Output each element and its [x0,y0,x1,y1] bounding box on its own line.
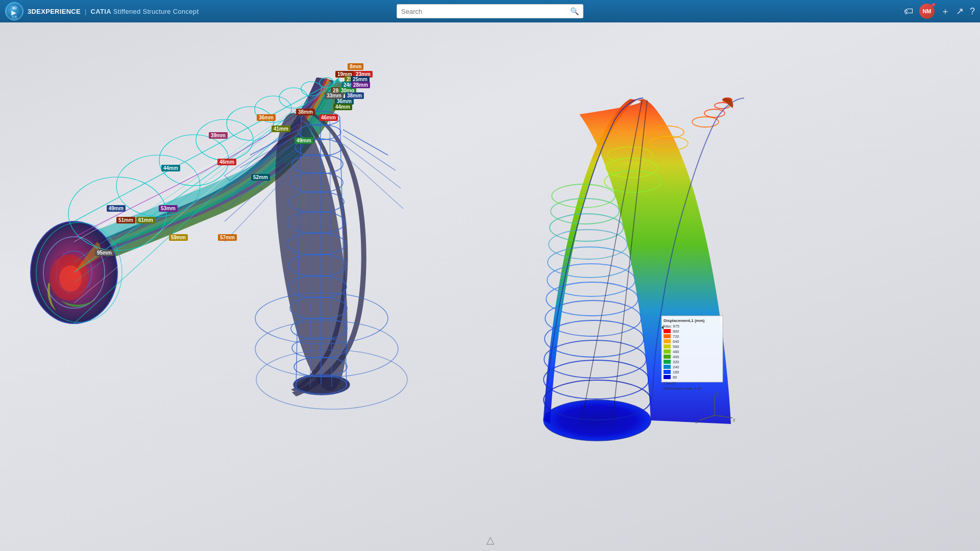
topbar-right: 🏷 NM ＋ ↗ ? [904,4,975,19]
svg-point-74 [549,230,627,259]
svg-text:480: 480 [673,349,679,354]
svg-text:z: z [733,417,736,422]
svg-point-84 [704,109,725,117]
svg-rect-103 [664,355,671,359]
svg-text:240: 240 [673,365,679,369]
plus-icon[interactable]: ＋ [941,5,950,17]
label-53mm: 53mm [159,205,178,212]
search-box[interactable]: 🔍 [397,4,583,18]
svg-text:3D: 3D [12,6,17,10]
svg-rect-101 [664,349,671,354]
label-41mm: 41mm [272,126,290,132]
viewport: Displacement,1 (mm) Max: 975 800 720 640… [0,22,980,551]
label-44mm-1: 44mm [333,104,352,110]
svg-rect-111 [664,375,671,379]
model-canvas: Displacement,1 (mm) Max: 975 800 720 640… [0,22,980,551]
svg-text:640: 640 [673,339,679,344]
svg-rect-105 [664,360,671,364]
label-39mm: 39mm [209,132,228,139]
svg-point-76 [551,198,619,224]
svg-text:160: 160 [673,370,679,374]
svg-rect-109 [664,370,671,374]
svg-text:Max: 975: Max: 975 [664,324,679,329]
label-38mm-1: 38mm [345,92,364,99]
svg-rect-97 [664,339,671,343]
label-52mm: 52mm [251,174,270,181]
topbar: 3D V.R 3DEXPERIENCE | CATIA Stiffened St… [0,0,980,22]
legend-box: Displacement,1 (mm) Max: 975 800 720 640… [662,316,723,390]
logo-area: 3D V.R [5,2,23,20]
bottom-center-chevron[interactable]: △ [486,534,494,546]
svg-text:800: 800 [673,329,679,334]
label-46mm-1: 46mm [319,114,338,121]
svg-line-46 [321,118,321,385]
share-icon[interactable]: ↗ [956,6,964,17]
label-44mm-2: 44mm [161,165,180,171]
svg-text:320: 320 [673,360,679,364]
search-icon: 🔍 [570,7,579,15]
label-59mm: 59mm [169,234,188,241]
svg-point-75 [550,214,623,241]
svg-rect-93 [664,329,671,333]
svg-text:1.9e-07: 1.9e-07 [664,382,676,385]
notification-dot [932,3,936,7]
svg-line-57 [343,130,388,155]
app-logo[interactable]: 3D V.R [5,2,23,20]
search-input[interactable] [401,8,567,15]
svg-text:Deformation scale: 4.69: Deformation scale: 4.69 [664,387,701,390]
svg-point-68 [544,340,646,378]
svg-text:x: x [695,419,698,424]
label-61mm: 61mm [136,217,155,223]
label-8mm: 8mm [348,63,363,70]
label-57mm: 57mm [218,234,237,241]
app-title: 3DEXPERIENCE | CATIA Stiffened Structure… [28,8,199,15]
svg-rect-95 [664,334,671,338]
label-51mm: 51mm [116,217,135,223]
label-46mm-2: 46mm [217,159,236,165]
svg-marker-2 [11,11,16,15]
label-49mm-1: 49mm [295,137,313,144]
label-33mm: 33mm [325,92,344,99]
user-avatar[interactable]: NM [919,4,935,19]
label-36mm-2: 36mm [257,114,276,121]
label-28mm-2: 28mm [351,82,370,88]
svg-text:y: y [716,391,719,396]
label-95mm: 95mm [95,249,114,256]
svg-text:720: 720 [673,334,679,339]
center-wire-model [219,109,407,409]
svg-point-67 [544,360,649,399]
right-displacement-model [544,97,744,441]
svg-line-60 [343,154,403,209]
svg-rect-107 [664,365,671,369]
svg-point-69 [545,320,644,357]
help-icon[interactable]: ? [970,6,975,17]
svg-rect-99 [664,344,671,348]
svg-text:80: 80 [673,375,677,380]
svg-text:V.R: V.R [12,15,17,19]
label-49mm-2: 49mm [107,205,126,212]
tag-icon[interactable]: 🏷 [904,6,913,17]
svg-text:Displacement,1 (mm): Displacement,1 (mm) [664,318,705,323]
label-38mm-2: 38mm [296,109,315,115]
svg-point-73 [548,247,631,278]
svg-text:400: 400 [673,355,679,359]
svg-text:560: 560 [673,344,679,349]
